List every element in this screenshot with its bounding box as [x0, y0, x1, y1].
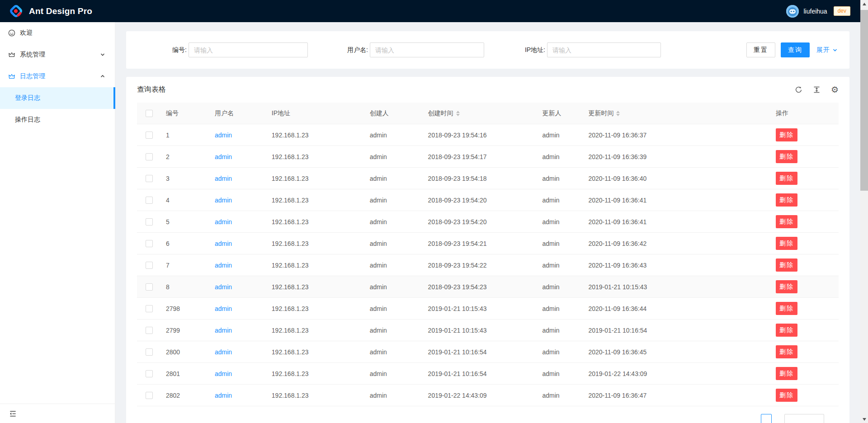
username[interactable]: liufeihua	[803, 8, 827, 15]
username-link[interactable]: admin	[215, 392, 232, 399]
username-input[interactable]	[370, 42, 484, 57]
ip-input[interactable]	[547, 42, 661, 57]
username-link[interactable]: admin	[215, 305, 232, 312]
scrollbar-up-arrow[interactable]	[860, 0, 868, 8]
user-avatar[interactable]	[786, 5, 799, 18]
cell-updater: admin	[542, 370, 588, 377]
cell-updater: admin	[542, 327, 588, 334]
delete-button[interactable]: 删除	[776, 128, 797, 141]
sidebar-menu: 欢迎 系统管理 日志管理	[0, 22, 115, 131]
row-checkbox[interactable]	[146, 218, 153, 226]
pagination-active-page[interactable]	[761, 414, 772, 423]
row-checkbox[interactable]	[146, 240, 153, 247]
query-button[interactable]: 查询	[781, 42, 810, 57]
cell-creator: admin	[370, 132, 428, 139]
row-checkbox[interactable]	[146, 327, 153, 334]
row-select-cell	[137, 132, 166, 139]
reload-icon[interactable]	[795, 86, 802, 94]
username-link[interactable]: admin	[215, 218, 232, 226]
row-checkbox[interactable]	[146, 348, 153, 356]
expand-toggle[interactable]: 展开	[816, 46, 838, 54]
row-checkbox[interactable]	[146, 262, 153, 269]
cell-updater: admin	[542, 262, 588, 269]
column-header-creator: 创建人	[370, 109, 428, 118]
cell-id: 1	[166, 132, 215, 139]
delete-button[interactable]: 删除	[776, 367, 797, 380]
username-link[interactable]: admin	[215, 327, 232, 334]
sidebar-item-operation-log[interactable]: 操作日志	[0, 109, 115, 131]
row-checkbox[interactable]	[146, 153, 153, 160]
cell-updated-time: 2020-11-09 16:36:42	[588, 240, 776, 247]
sorter-icon[interactable]	[616, 111, 620, 116]
logo-area[interactable]: Ant Design Pro	[9, 4, 92, 18]
cell-actions: 删除	[776, 389, 839, 402]
row-checkbox[interactable]	[146, 392, 153, 399]
row-select-cell	[137, 283, 166, 291]
scrollbar-thumb[interactable]	[860, 10, 868, 191]
username-link[interactable]: admin	[215, 262, 232, 269]
settings-icon[interactable]: ⚙	[831, 85, 839, 94]
sidebar-item-label: 日志管理	[20, 72, 45, 80]
username-link[interactable]: admin	[215, 370, 232, 377]
cell-actions: 删除	[776, 324, 839, 337]
cell-username: admin	[215, 218, 272, 226]
scrollbar-down-arrow[interactable]	[860, 415, 868, 423]
delete-button[interactable]: 删除	[776, 215, 797, 228]
cell-creator: admin	[370, 392, 428, 399]
reset-button[interactable]: 重置	[746, 42, 775, 57]
cell-creator: admin	[370, 327, 428, 334]
page-size-select[interactable]	[784, 414, 824, 423]
username-link[interactable]: admin	[215, 132, 232, 139]
column-height-icon[interactable]	[813, 86, 821, 94]
delete-button[interactable]: 删除	[776, 193, 797, 207]
delete-button[interactable]: 删除	[776, 258, 797, 272]
cell-ip: 192.168.1.23	[272, 132, 370, 139]
id-input[interactable]	[189, 42, 308, 57]
cell-updater: admin	[542, 175, 588, 182]
cell-created-time: 2019-01-21 10:15:43	[428, 327, 542, 334]
sidebar-item-log-management[interactable]: 日志管理	[0, 66, 115, 87]
username-link[interactable]: admin	[215, 348, 232, 356]
cell-updater: admin	[542, 197, 588, 204]
username-link[interactable]: admin	[215, 283, 232, 291]
table-card: 查询表格 ⚙	[126, 77, 849, 423]
sorter-icon[interactable]	[456, 111, 460, 116]
delete-button[interactable]: 删除	[776, 280, 797, 293]
cell-ip: 192.168.1.23	[272, 262, 370, 269]
table-card-header: 查询表格 ⚙	[126, 77, 849, 103]
sidebar-item-welcome[interactable]: 欢迎	[0, 22, 115, 44]
cell-username: admin	[215, 197, 272, 204]
main-content: 编号: 用户名: IP地址: 重置 查询 展开	[115, 22, 860, 423]
cell-updated-time: 2020-11-09 16:36:41	[588, 218, 776, 226]
row-checkbox[interactable]	[146, 283, 153, 291]
cell-username: admin	[215, 305, 272, 312]
delete-button[interactable]: 删除	[776, 302, 797, 315]
delete-button[interactable]: 删除	[776, 150, 797, 163]
table-row: 6admin192.168.1.23admin2018-09-23 19:54:…	[137, 233, 839, 254]
table-body: 1admin192.168.1.23admin2018-09-23 19:54:…	[137, 124, 839, 406]
row-checkbox[interactable]	[146, 175, 153, 182]
cell-updated-time: 2020-11-09 16:36:41	[588, 197, 776, 204]
sidebar-item-login-log[interactable]: 登录日志	[0, 87, 115, 109]
username-link[interactable]: admin	[215, 175, 232, 182]
row-checkbox[interactable]	[146, 370, 153, 377]
delete-button[interactable]: 删除	[776, 237, 797, 250]
field-id-label: 编号:	[153, 46, 187, 54]
username-link[interactable]: admin	[215, 197, 232, 204]
menu-fold-icon[interactable]	[9, 410, 17, 418]
username-link[interactable]: admin	[215, 153, 232, 160]
delete-button[interactable]: 删除	[776, 345, 797, 358]
row-select-cell	[137, 327, 166, 334]
username-link[interactable]: admin	[215, 240, 232, 247]
row-checkbox[interactable]	[146, 305, 153, 312]
sidebar-item-system-management[interactable]: 系统管理	[0, 44, 115, 66]
scrollbar[interactable]	[860, 0, 868, 423]
select-all-checkbox[interactable]	[146, 110, 153, 117]
delete-button[interactable]: 删除	[776, 172, 797, 185]
delete-button[interactable]: 删除	[776, 324, 797, 337]
row-checkbox[interactable]	[146, 197, 153, 204]
row-checkbox[interactable]	[146, 132, 153, 139]
delete-button[interactable]: 删除	[776, 389, 797, 402]
cell-id: 2802	[166, 392, 215, 399]
cell-created-time: 2019-01-21 10:15:43	[428, 305, 542, 312]
